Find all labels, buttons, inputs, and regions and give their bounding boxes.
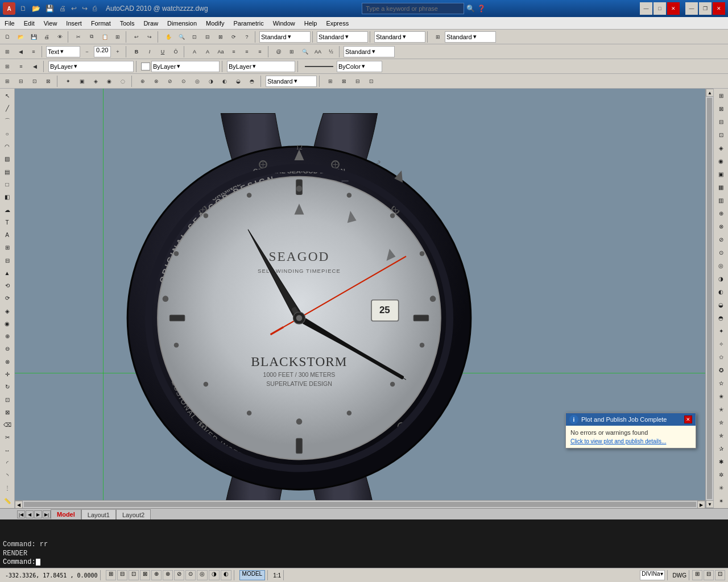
right-tool-24[interactable]: ✬: [715, 390, 727, 402]
tool-move[interactable]: ✛: [1, 368, 14, 380]
right-tool-18[interactable]: ◓: [715, 311, 727, 324]
prop-btn11[interactable]: ⊗: [150, 75, 163, 88]
tb-preview[interactable]: 👁: [53, 31, 66, 43]
tb-new[interactable]: 🗋: [1, 31, 14, 43]
outer-close-btn[interactable]: ✕: [667, 2, 680, 15]
tb-save[interactable]: 💾: [27, 31, 40, 43]
tool-loft[interactable]: ◈: [1, 305, 14, 317]
help-icon[interactable]: ❓: [477, 5, 486, 13]
right-tool-22[interactable]: ✪: [715, 364, 727, 376]
ducs-btn[interactable]: ⊘: [174, 570, 184, 580]
snap-btn[interactable]: ⊞: [106, 570, 116, 580]
menu-edit[interactable]: Edit: [19, 17, 39, 29]
tool-wipeout[interactable]: ◧: [1, 191, 14, 203]
status-icon-2[interactable]: ⊟: [704, 570, 714, 580]
tb-findreplace[interactable]: 🔍: [299, 45, 311, 58]
tb-3dorbit[interactable]: ⟳: [228, 31, 240, 43]
lineweight-dropdown[interactable]: ByColor▾: [337, 61, 382, 72]
osnap-btn[interactable]: ⊕: [151, 570, 162, 580]
tool-hatch[interactable]: ▨: [1, 153, 14, 165]
prop-btn19[interactable]: ⊞: [324, 75, 337, 88]
tb-layerprev[interactable]: ◀: [14, 45, 27, 58]
inner-minimize-btn[interactable]: —: [685, 2, 698, 15]
right-tool-8[interactable]: ▦: [715, 181, 727, 194]
polar-btn[interactable]: ⊠: [140, 570, 150, 580]
open-icon[interactable]: 📂: [30, 4, 42, 13]
tb-copy[interactable]: ⧉: [85, 31, 98, 43]
tb-text1[interactable]: A: [188, 45, 201, 58]
prop-btn14[interactable]: ◎: [191, 75, 204, 88]
right-tool-6[interactable]: ◉: [715, 155, 727, 168]
right-tool-5[interactable]: ◈: [715, 142, 727, 155]
tool-circle[interactable]: ○: [1, 128, 14, 140]
cmd-prompt[interactable]: Command:: [3, 558, 725, 566]
menu-tools[interactable]: Tools: [115, 17, 139, 29]
right-tool-25[interactable]: ✭: [715, 403, 727, 415]
tb-rendericon[interactable]: ⊞: [432, 31, 444, 43]
tb-overline[interactable]: Ō: [169, 45, 182, 58]
menu-express[interactable]: Express: [321, 17, 353, 29]
prop-btn16[interactable]: ◐: [218, 75, 231, 88]
dyn-btn[interactable]: ⊙: [185, 570, 196, 580]
prop-btn18[interactable]: ◓: [246, 75, 258, 88]
tb-undo[interactable]: ↩: [130, 31, 143, 43]
tool-array[interactable]: ⋮: [1, 482, 14, 494]
tab-layout2[interactable]: Layout2: [116, 509, 151, 519]
right-tool-31[interactable]: ✳: [715, 481, 727, 494]
tool-region[interactable]: □: [1, 178, 14, 190]
lw-btn[interactable]: ◎: [197, 570, 208, 580]
layer-dropdown[interactable]: ByLayer▾: [48, 61, 134, 72]
tb-bold[interactable]: B: [130, 45, 143, 58]
tool-rotate[interactable]: ↻: [1, 381, 14, 393]
tool-subtract[interactable]: ⊖: [1, 343, 14, 355]
tb-matchprop[interactable]: ⊞: [111, 31, 124, 43]
right-tool-29[interactable]: ✱: [715, 455, 727, 468]
tb-textheight-plus[interactable]: +: [111, 45, 124, 58]
scroll-thumb-h[interactable]: [24, 502, 696, 507]
menu-help[interactable]: Help: [300, 17, 322, 29]
tool-mtext[interactable]: A: [1, 229, 14, 241]
plot-icon[interactable]: 🖨: [57, 4, 68, 13]
sc-btn[interactable]: ◐: [221, 570, 231, 580]
prop-btn4[interactable]: ⊠: [42, 75, 55, 88]
tb-allcaps[interactable]: AA: [312, 45, 324, 58]
tool-arc[interactable]: ◠: [1, 140, 14, 152]
right-tool-13[interactable]: ⊙: [715, 247, 727, 259]
tool-measure[interactable]: 📏: [1, 495, 14, 507]
tool-solid[interactable]: ◉: [1, 318, 14, 330]
prop-dropdown[interactable]: Standard▾: [266, 76, 317, 87]
prop-btn1[interactable]: ⊞: [1, 75, 14, 88]
menu-parametric[interactable]: Parametric: [229, 17, 268, 29]
status-icon-1[interactable]: ⊞: [692, 570, 702, 580]
scroll-down-btn[interactable]: ▼: [706, 500, 713, 508]
horizontal-scrollbar[interactable]: ◀ ▶: [15, 500, 705, 508]
prop-btn10[interactable]: ⊕: [136, 75, 149, 88]
tb-textjust2[interactable]: ≡: [241, 45, 253, 58]
right-tool-2[interactable]: ⊠: [715, 103, 727, 115]
undo-icon[interactable]: ↩: [69, 4, 78, 13]
scroll-right-btn[interactable]: ▶: [697, 501, 705, 508]
right-tool-4[interactable]: ⊡: [715, 129, 727, 142]
inner-restore-btn[interactable]: ❐: [699, 2, 712, 15]
menu-insert[interactable]: Insert: [61, 17, 86, 29]
prop-btn9[interactable]: ◌: [117, 75, 129, 88]
menu-format[interactable]: Format: [86, 17, 115, 29]
layer-color-box[interactable]: [141, 63, 150, 70]
tb-text2[interactable]: A: [201, 45, 214, 58]
menu-modify[interactable]: Modify: [201, 17, 229, 29]
outer-minimize-btn[interactable]: —: [640, 2, 652, 15]
right-tool-27[interactable]: ✯: [715, 429, 727, 442]
right-tool-28[interactable]: ✰: [715, 442, 727, 455]
ortho-btn[interactable]: ⊡: [129, 570, 139, 580]
prop-btn5[interactable]: ✦: [62, 75, 75, 88]
tool-extrude[interactable]: ▲: [1, 267, 14, 279]
tool-insert[interactable]: ⊞: [1, 242, 14, 253]
scroll-up-btn[interactable]: ▲: [706, 89, 713, 97]
tool-extend[interactable]: ↔: [1, 444, 14, 456]
right-tool-7[interactable]: ▣: [715, 168, 727, 181]
prop-btn3[interactable]: ⊡: [28, 75, 41, 88]
scroll-left-btn[interactable]: ◀: [15, 501, 23, 508]
layer-state-btn[interactable]: ≡: [15, 60, 27, 73]
status-icon-3[interactable]: ⊡: [715, 570, 725, 580]
tab-nav-prev[interactable]: ◀: [26, 510, 34, 518]
